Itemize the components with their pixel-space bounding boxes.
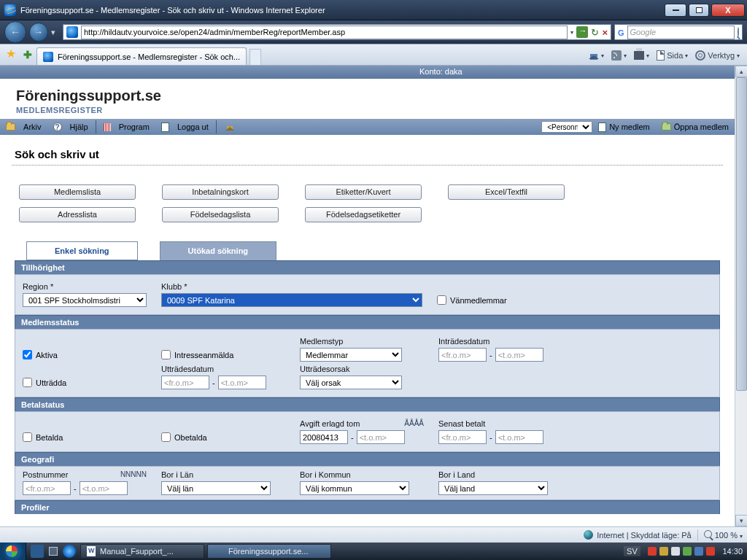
tray-expand[interactable]: ‹: [643, 548, 646, 555]
home-icon: [589, 50, 599, 61]
browser-search[interactable]: G: [614, 24, 743, 40]
btn-fodelsedagsetiketter[interactable]: Födelsedagsetiketter: [305, 207, 422, 222]
avgift-to[interactable]: [357, 430, 405, 444]
url-dropdown[interactable]: ▾: [570, 29, 573, 36]
post-to[interactable]: [80, 481, 128, 495]
bor-land-label: Bor i Land: [438, 470, 562, 479]
btn-medlemslista[interactable]: Medlemslista: [19, 184, 136, 200]
bor-land-select[interactable]: Välj land: [438, 481, 548, 495]
show-desktop-icon[interactable]: [31, 545, 44, 558]
add-favorite-icon[interactable]: ✚: [23, 49, 32, 61]
menu-home[interactable]: [218, 119, 241, 135]
section-betalstatus: Betalstatus: [15, 397, 720, 411]
uttrade-to[interactable]: [218, 376, 266, 389]
section-geografi: Geografi: [15, 452, 720, 466]
aktiva-checkbox[interactable]: Aktiva: [23, 348, 147, 362]
btn-inbetalningskort[interactable]: Inbetalningskort: [162, 184, 279, 200]
obetalda-checkbox[interactable]: Obetalda: [161, 430, 285, 444]
site-logo: Föreningssupport.se: [16, 88, 723, 104]
post-from[interactable]: [23, 481, 71, 495]
betalda-checkbox[interactable]: Betalda: [23, 430, 147, 444]
klubb-select[interactable]: 0009 SPF Katarina: [161, 293, 422, 307]
google-icon: G: [618, 27, 624, 38]
uttradesorsak-label: Utträdesorsak: [300, 365, 424, 373]
uttradesorsak-select[interactable]: Välj orsak: [300, 376, 402, 389]
nav-forward-button[interactable]: →: [29, 23, 48, 42]
vanmedlemmar-checkbox[interactable]: Vänmedlemmar: [437, 293, 561, 307]
senast-betalt-label: Senast betalt: [438, 419, 562, 428]
btn-excel[interactable]: Excel/Textfil: [448, 184, 565, 200]
tab-favicon: [43, 52, 53, 62]
menu-hjalp[interactable]: ? Hjälp: [47, 119, 94, 135]
ie-quicklaunch-icon[interactable]: [63, 545, 76, 558]
new-tab-button[interactable]: [249, 49, 261, 65]
medlemstyp-select[interactable]: Medlemmar: [300, 348, 402, 362]
uttrade-from[interactable]: [161, 376, 209, 389]
feed-menu[interactable]: ▾: [611, 50, 627, 61]
btn-adresslista[interactable]: Adresslista: [19, 207, 136, 222]
browser-tab[interactable]: Föreningssupport.se - Medlemsregister - …: [36, 47, 247, 65]
page-menu[interactable]: Sida▾: [657, 50, 688, 61]
tray-icon-4[interactable]: [683, 547, 692, 556]
menu-oppna-medlem[interactable]: Öppna medlem: [656, 119, 735, 135]
bor-kommun-select[interactable]: Välj kommun: [300, 481, 409, 495]
tab-enkel-sokning[interactable]: Enkel sökning: [26, 241, 138, 260]
menu-logga-ut[interactable]: Logga ut: [155, 119, 214, 135]
switch-windows-icon[interactable]: [47, 545, 60, 558]
uttradda-checkbox[interactable]: Utträdda: [23, 376, 147, 389]
vertical-scrollbar[interactable]: ▴▾: [735, 66, 747, 526]
intrade-to[interactable]: [495, 348, 543, 362]
lang-indicator[interactable]: SV: [624, 546, 640, 556]
senast-from[interactable]: [438, 430, 487, 444]
logout-icon: [161, 122, 169, 132]
bor-lan-select[interactable]: Välj län: [161, 481, 271, 495]
tray-icon-2[interactable]: [659, 547, 668, 556]
personnr-select[interactable]: <Personnr.>: [541, 121, 592, 133]
region-select[interactable]: 001 SPF Stockholmsdistri: [23, 293, 147, 307]
nav-back-button[interactable]: ←: [4, 21, 26, 43]
zoom-control[interactable]: 100 % ▾: [704, 530, 743, 540]
tray-icon-3[interactable]: [671, 547, 680, 556]
barcode-icon: [104, 123, 111, 131]
print-menu[interactable]: ▾: [634, 51, 649, 60]
home-menu[interactable]: ▾: [589, 50, 604, 61]
btn-fodelsedagslista[interactable]: Födelsedagslista: [162, 207, 279, 222]
menu-arkiv[interactable]: Arkiv: [0, 119, 47, 135]
menu-ny-medlem[interactable]: Ny medlem: [592, 119, 656, 135]
maximize-button[interactable]: [689, 4, 709, 17]
window-title: Föreningssupport.se - Medlemsregister - …: [20, 6, 325, 15]
stop-button[interactable]: ×: [602, 27, 608, 38]
home-small-icon: [225, 122, 234, 131]
tray-volume-icon[interactable]: [706, 547, 715, 556]
search-icon[interactable]: [738, 27, 739, 37]
section-tillhorighet: Tillhörighet: [15, 260, 720, 274]
go-button[interactable]: [576, 26, 588, 38]
url-input[interactable]: [81, 26, 568, 39]
favorites-icon[interactable]: ★: [6, 47, 16, 61]
tools-menu[interactable]: Verktyg▾: [695, 50, 740, 61]
start-button[interactable]: [0, 542, 26, 560]
btn-etiketter[interactable]: Etiketter/Kuvert: [305, 184, 422, 200]
avgift-from[interactable]: [300, 430, 348, 444]
intrade-from[interactable]: [438, 348, 487, 362]
account-bar: Konto: daka: [0, 66, 735, 79]
minimize-button[interactable]: [665, 4, 686, 17]
nav-history-dropdown[interactable]: ▾: [51, 28, 60, 37]
tray-avira-icon[interactable]: [648, 547, 657, 556]
clock[interactable]: 14:30: [722, 547, 743, 556]
senast-to[interactable]: [495, 430, 543, 444]
browser-search-input[interactable]: [627, 26, 735, 39]
printer-icon: [634, 51, 644, 60]
tab-utokad-sokning[interactable]: Utökad sökning: [160, 241, 277, 260]
menu-program[interactable]: Program: [98, 119, 155, 135]
taskbar-word[interactable]: Manual_Fsupport_...: [80, 544, 204, 559]
tray-network-icon[interactable]: [694, 547, 703, 556]
new-member-icon: [598, 122, 606, 132]
medlemstyp-label: Medlemstyp: [300, 337, 424, 346]
page-title: Sök och skriv ut: [15, 148, 723, 160]
address-bar[interactable]: ▾ ↻ ×: [63, 24, 611, 40]
refresh-button[interactable]: ↻: [591, 27, 599, 38]
intresseanmalda-checkbox[interactable]: Intresseanmälda: [161, 348, 285, 362]
close-button[interactable]: X: [711, 4, 745, 17]
taskbar-ie[interactable]: Föreningssupport.se...: [207, 544, 331, 559]
